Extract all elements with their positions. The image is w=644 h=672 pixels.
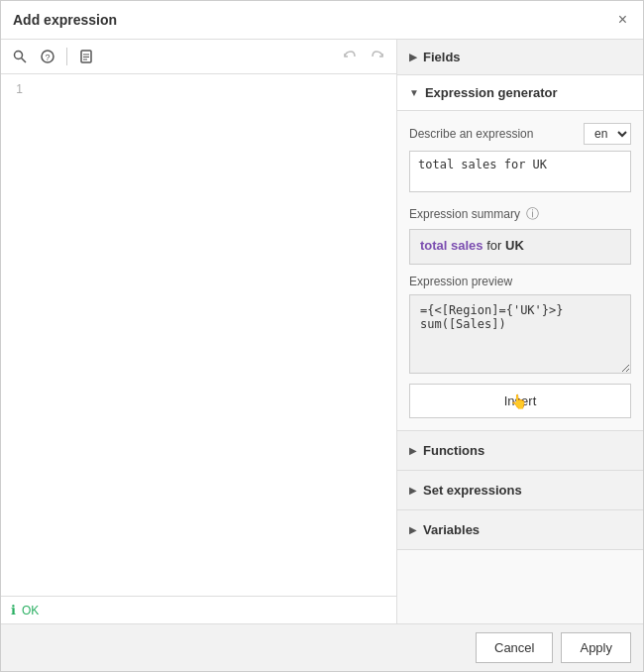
- editor-panel: ?: [1, 40, 397, 623]
- summary-info-icon: ⓘ: [526, 205, 539, 223]
- right-panel: ▶ Fields ▼ Expression generator Describe…: [397, 40, 643, 623]
- describe-label: Describe an expression: [409, 127, 533, 141]
- svg-point-0: [15, 52, 23, 59]
- status-info-icon: ℹ: [11, 603, 16, 617]
- summary-label-row: Expression summary ⓘ: [409, 205, 631, 223]
- functions-label: Functions: [423, 443, 484, 458]
- set-expressions-section-header[interactable]: ▶ Set expressions: [397, 471, 643, 510]
- apply-button[interactable]: Apply: [561, 632, 631, 663]
- code-editor-area[interactable]: 1: [1, 74, 396, 596]
- help-icon[interactable]: ?: [37, 46, 58, 67]
- line-number: 1: [1, 82, 31, 96]
- expression-generator-header[interactable]: ▼ Expression generator: [397, 75, 643, 111]
- functions-section-header[interactable]: ▶ Functions: [397, 431, 643, 471]
- functions-arrow-icon: ▶: [409, 445, 417, 456]
- expression-generator-body: Describe an expression en de fr es total…: [397, 111, 643, 431]
- svg-text:?: ?: [45, 53, 50, 62]
- title-bar: Add expression ×: [1, 1, 643, 40]
- insert-label: Insert: [504, 393, 537, 408]
- variables-section-header[interactable]: ▶ Variables: [397, 510, 643, 550]
- editor-status-bar: ℹ OK: [1, 596, 396, 623]
- variables-label: Variables: [423, 522, 480, 537]
- expression-generator-label: Expression generator: [425, 85, 558, 100]
- expr-gen-arrow-icon: ▼: [409, 87, 419, 98]
- fields-label: Fields: [423, 50, 461, 64]
- search-icon[interactable]: [9, 46, 31, 67]
- summary-part-1: total sales: [420, 238, 483, 253]
- describe-row: Describe an expression en de fr es: [409, 123, 631, 145]
- action-bar: Cancel Apply: [1, 623, 643, 671]
- summary-label: Expression summary: [409, 207, 520, 221]
- expression-summary-box: total sales for UK: [409, 229, 631, 265]
- describe-input[interactable]: total sales for UK: [409, 151, 631, 192]
- fields-section-header[interactable]: ▶ Fields: [397, 40, 643, 75]
- language-select[interactable]: en de fr es: [584, 123, 631, 145]
- ok-label: OK: [22, 604, 39, 617]
- expression-preview-box: ={<[Region]={'UK'}>} sum([Sales]): [409, 294, 631, 374]
- doc-icon[interactable]: [75, 46, 97, 67]
- summary-part-3: UK: [505, 238, 524, 253]
- fields-arrow-icon: ▶: [409, 52, 417, 62]
- redo-button[interactable]: [367, 46, 388, 67]
- close-button[interactable]: ×: [614, 9, 631, 31]
- editor-toolbar: ?: [1, 40, 396, 74]
- set-expressions-arrow-icon: ▶: [409, 485, 417, 496]
- main-area: ?: [1, 40, 643, 623]
- add-expression-dialog: Add expression × ?: [0, 0, 644, 672]
- dialog-title: Add expression: [13, 12, 117, 28]
- cancel-button[interactable]: Cancel: [476, 632, 553, 663]
- svg-line-1: [22, 58, 27, 63]
- variables-arrow-icon: ▶: [409, 524, 417, 535]
- code-content[interactable]: [44, 82, 388, 588]
- preview-label: Expression preview: [409, 275, 631, 288]
- undo-button[interactable]: [339, 46, 361, 67]
- summary-part-2: for: [486, 238, 505, 253]
- insert-button[interactable]: Insert 👆: [409, 384, 631, 418]
- toolbar-divider: [66, 48, 67, 65]
- set-expressions-label: Set expressions: [423, 483, 522, 498]
